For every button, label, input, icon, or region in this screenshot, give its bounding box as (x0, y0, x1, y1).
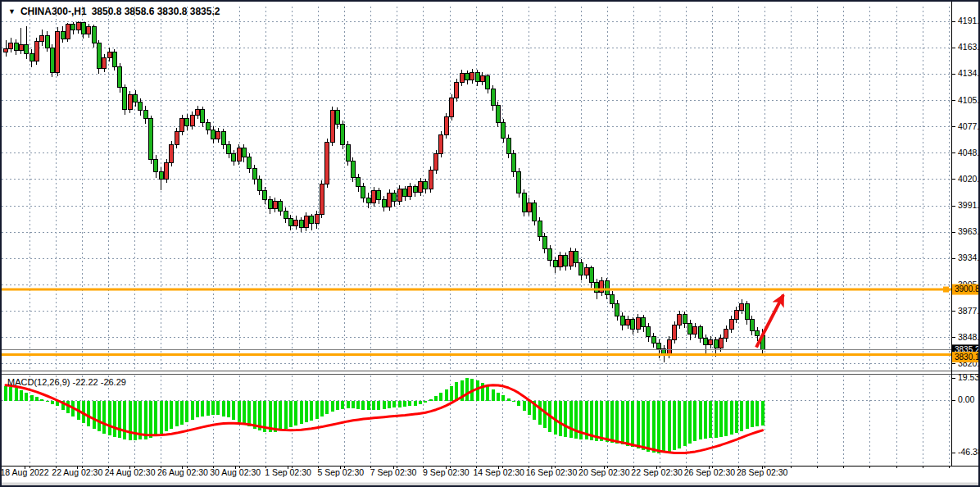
macd-bar (683, 401, 687, 446)
symbol-dropdown-icon[interactable]: ▼ (8, 7, 16, 16)
macd-bar (305, 401, 308, 422)
candle-bearish (647, 327, 651, 336)
macd-bar (294, 401, 297, 426)
candle-bearish (221, 131, 225, 144)
candle-bearish (263, 190, 267, 199)
candle-bearish (511, 153, 515, 172)
candle-bullish (325, 143, 329, 184)
macd-bar (180, 401, 184, 425)
trend-arrow[interactable] (756, 295, 783, 348)
candle-bearish (112, 52, 116, 67)
candle-bearish (123, 87, 127, 109)
candle-bullish (76, 23, 80, 30)
macd-indicator-label: MACD(12,26,9) -22.22 -26.29 (7, 377, 126, 387)
candle-bullish (480, 76, 484, 82)
candle-bearish (392, 193, 397, 202)
macd-bar (222, 401, 225, 416)
macd-bar (637, 401, 640, 448)
macd-bar (704, 401, 707, 439)
candle-bearish (138, 102, 143, 110)
macd-scale-label: -46.38 (958, 447, 978, 457)
candle-bearish (631, 320, 635, 329)
candle-bullish (719, 338, 723, 348)
symbol-timeframe-label: CHINA300-,H1 (20, 6, 87, 17)
time-axis[interactable]: 18 Aug 202222 Aug 02:3024 Aug 02:3026 Au… (2, 466, 949, 477)
macd-bar (642, 401, 645, 450)
candle-bullish (294, 220, 298, 225)
macd-bar (196, 401, 199, 418)
macd-bar (740, 401, 743, 431)
macd-bar (652, 401, 656, 453)
candle-bearish (574, 252, 578, 263)
macd-bar (361, 401, 365, 410)
macd-bar (569, 401, 573, 439)
candle-bullish (330, 111, 334, 143)
candle-bearish (745, 304, 749, 320)
candle-bearish (61, 32, 65, 39)
price-axis-label: 4134.5 (958, 68, 978, 78)
candle-bearish (232, 153, 236, 161)
macd-bar (668, 401, 671, 452)
chart-canvas: 4191.54163.04134.54105.54077.04048.54020… (2, 2, 978, 485)
candle-bullish (9, 43, 13, 48)
candle-bearish (356, 178, 361, 187)
candle-bullish (128, 94, 132, 109)
candle-bullish (584, 268, 588, 275)
price-axis-label: 4020.0 (958, 174, 978, 184)
macd-bar (699, 401, 702, 440)
macd-bar (657, 401, 660, 453)
hline-handle[interactable] (943, 287, 949, 293)
macd-bar (414, 401, 417, 406)
macd-scale-label: 0.00 (958, 394, 975, 404)
candle-bearish (522, 193, 526, 212)
candle-bearish (351, 161, 355, 177)
panel-separator[interactable] (2, 371, 978, 375)
macd-bar (46, 401, 49, 402)
macd-bar (9, 387, 12, 401)
macd-histogram (4, 378, 764, 453)
macd-bar (175, 401, 179, 427)
candle-bullish (165, 163, 169, 180)
price-axis-label: 4048.5 (958, 148, 978, 157)
candle-bearish (377, 190, 381, 199)
candle-bearish (227, 144, 231, 153)
macd-bar (216, 401, 220, 416)
macd-bar (419, 401, 422, 405)
macd-bar (746, 401, 749, 430)
macd-bar (191, 401, 194, 421)
bottom-strip (2, 483, 978, 486)
candle-bearish (268, 200, 272, 209)
candle-bullish (237, 148, 241, 162)
macd-bar (331, 401, 334, 412)
resistance-price-badge-text: 3900.8 (955, 284, 978, 294)
candle-bearish (257, 180, 261, 191)
macd-bar (631, 401, 634, 448)
time-axis-label: 20 Sep 02:30 (578, 467, 630, 477)
macd-bar (719, 401, 723, 438)
price-axis-label: 4191.5 (958, 16, 978, 25)
time-axis-label: 22 Aug 02:30 (52, 467, 102, 477)
macd-bar (523, 401, 526, 411)
macd-bar (149, 401, 152, 439)
macd-bar (154, 401, 157, 436)
support-price-badge-text: 3830.1 (955, 353, 978, 362)
macd-bar (429, 399, 433, 400)
macd-bar (98, 401, 101, 431)
macd-bar (724, 401, 728, 437)
macd-bar (497, 393, 500, 401)
macd-bar (20, 390, 23, 400)
macd-bar (4, 386, 7, 401)
candle-bullish (372, 190, 376, 203)
candle-bearish (242, 148, 246, 157)
macd-bar (211, 401, 215, 416)
price-axis[interactable]: 4191.54163.04134.54105.54077.04048.54020… (951, 16, 978, 457)
candle-bullish (87, 26, 91, 34)
macd-bar (678, 401, 681, 448)
candle-bearish (201, 109, 205, 122)
macd-bar (512, 401, 515, 402)
candle-bullish (667, 340, 671, 355)
chart-title: ▼ CHINA300-,H1 3850.8 3858.6 3830.8 3835… (8, 6, 220, 17)
time-axis-label: 24 Aug 02:30 (105, 467, 156, 477)
candle-bearish (651, 336, 656, 343)
candle-bullish (408, 187, 412, 196)
